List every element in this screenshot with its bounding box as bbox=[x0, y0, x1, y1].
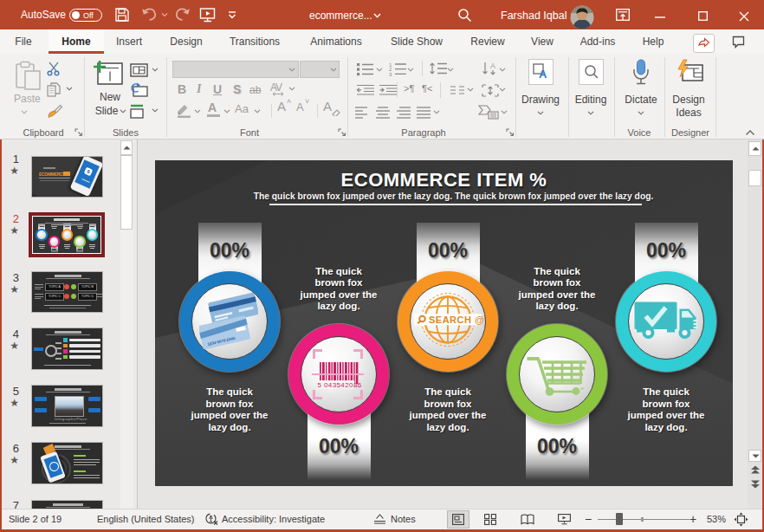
svg-text:5 043542086: 5 043542086 bbox=[317, 381, 361, 389]
svg-text:A: A bbox=[490, 62, 495, 70]
svg-text:3: 3 bbox=[389, 72, 392, 76]
svg-text:SEARCH @: SEARCH @ bbox=[429, 315, 484, 325]
svg-text:A: A bbox=[539, 68, 547, 81]
